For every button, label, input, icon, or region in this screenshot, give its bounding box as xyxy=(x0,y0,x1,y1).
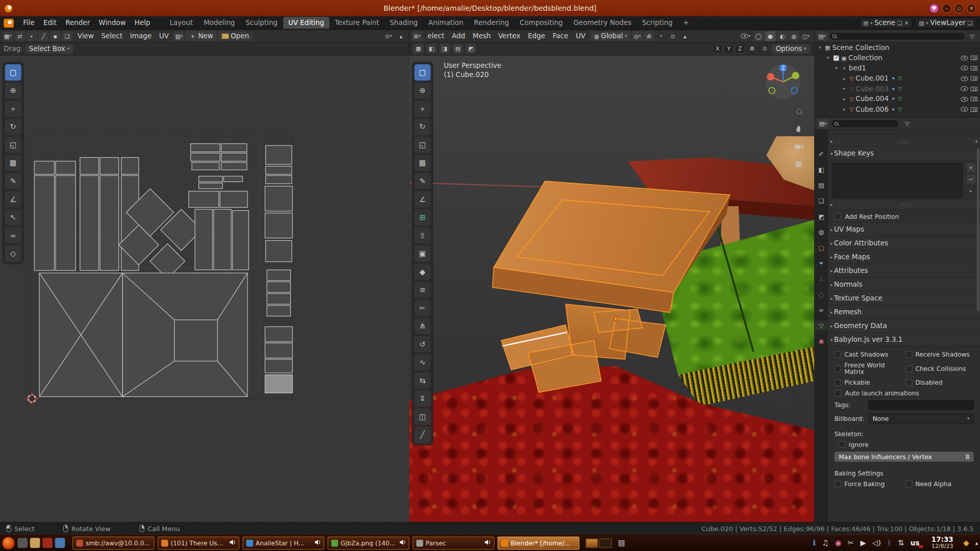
uv-select-edge-button[interactable]: ╱ xyxy=(38,31,49,41)
tool-select-box[interactable]: ▢ xyxy=(5,64,21,81)
collapsed-panel-strip[interactable]: ▸∷∷∷▾ xyxy=(828,137,980,146)
collapsed-panel[interactable]: ▸ Color Attributes xyxy=(828,237,980,251)
window-smb[interactable]: smb://awv@10.0.0... xyxy=(72,536,154,549)
new-image-button[interactable]: ＋ New xyxy=(186,31,217,41)
hide-eye-icon[interactable] xyxy=(961,107,968,112)
mirror-axis-button[interactable]: X xyxy=(713,44,723,53)
workspace-tab[interactable]: Modeling xyxy=(199,17,240,29)
snap-dropdown[interactable]: ▾ xyxy=(656,31,667,41)
keyboard-layout-indicator[interactable]: us xyxy=(911,539,921,547)
render-camera-icon[interactable] xyxy=(971,107,977,112)
tab-output[interactable]: ▤ xyxy=(815,180,827,190)
notification-icon[interactable]: ◆ xyxy=(963,539,969,547)
tab-modifiers[interactable]: ✦ xyxy=(815,258,827,268)
collapsed-panel[interactable]: ▸ UV Maps xyxy=(828,223,980,237)
scene-selector[interactable]: ▤ ▾ Scene ❏ ✕ xyxy=(860,17,913,28)
shading-rendered-button[interactable]: ◍ xyxy=(789,31,799,41)
proportional-edit-icon[interactable]: ⊙▾ xyxy=(383,31,394,41)
shading-wireframe-button[interactable]: ◯ xyxy=(753,31,764,41)
tab-tool[interactable]: ✐ xyxy=(815,148,827,159)
tool-rotate[interactable]: ↻ xyxy=(5,119,21,135)
viewlayer-selector[interactable]: ▨ ▾ ViewLayer ❏ xyxy=(915,17,976,28)
tool-annotate[interactable]: ✎ xyxy=(414,173,431,189)
properties-scrollbar[interactable] xyxy=(977,148,979,311)
music-icon[interactable]: ♫ xyxy=(822,539,828,547)
tool-shear[interactable]: ◫ xyxy=(414,409,431,425)
mirror-axis-button[interactable]: Z xyxy=(735,44,745,53)
row-cube-003[interactable]: ▸ ▽ Cube.003 ✦ ▽ xyxy=(815,84,980,94)
maximize-button[interactable]: ▫ xyxy=(954,4,964,13)
filter-icon[interactable]: ▽ xyxy=(902,118,913,129)
tab-constraints[interactable]: ∞ xyxy=(815,305,827,315)
add-rest-position-checkbox[interactable] xyxy=(835,213,841,220)
tool-transform[interactable]: ▦ xyxy=(414,155,431,171)
tool-smooth[interactable]: ∿ xyxy=(414,354,431,370)
force-baking-checkbox[interactable] xyxy=(835,481,841,487)
tool-rip-region[interactable]: ╱ xyxy=(414,427,431,443)
collapsed-panel[interactable]: ▸ Attributes xyxy=(828,264,980,278)
visibility-eye-icon[interactable]: ▾ xyxy=(740,31,752,41)
proportional-edit-icon[interactable]: ⊙ xyxy=(668,31,678,41)
collapsed-panel[interactable]: ▸ Remesh xyxy=(828,306,980,319)
unlink-scene-icon[interactable]: ✕ xyxy=(904,20,909,26)
hide-eye-icon[interactable] xyxy=(961,86,968,91)
tab-view-layer[interactable]: ❏ xyxy=(815,195,827,206)
play-icon[interactable]: ▶ xyxy=(860,539,866,547)
shading-material-button[interactable]: ◐ xyxy=(777,31,788,41)
render-camera-icon[interactable] xyxy=(971,97,977,102)
viewport-menu-item[interactable]: Vertex xyxy=(495,31,524,41)
snap-magnet-icon[interactable]: ⋒ xyxy=(644,31,654,41)
tool-rotate[interactable]: ↻ xyxy=(414,119,431,135)
uv-sync-icon[interactable]: ⇄ xyxy=(14,31,25,41)
close-button[interactable]: ✕ xyxy=(967,4,976,13)
tool-shrink-fatten[interactable]: ⇕ xyxy=(414,390,431,407)
checkbox[interactable] xyxy=(905,365,912,372)
zoom-icon[interactable] xyxy=(793,106,804,117)
viewport-menu-item[interactable]: Add xyxy=(448,31,469,41)
row-bed1[interactable]: ▾ ＋ bed1 ✦ ▽ xyxy=(815,63,980,73)
tool-cursor[interactable]: ⊕ xyxy=(414,83,431,99)
row-cube-004[interactable]: ▸ ▽ Cube.004 ✦ ▽ xyxy=(815,94,980,104)
editor-type-button[interactable]: ▤▾ xyxy=(817,31,827,41)
hide-eye-icon[interactable] xyxy=(961,56,968,61)
need-alpha-checkbox[interactable] xyxy=(905,481,912,487)
xray-toggle-icon[interactable]: ◩ xyxy=(465,44,476,54)
viewport-menu-item[interactable]: UV xyxy=(572,31,590,41)
volume-icon[interactable]: ◁) xyxy=(872,539,881,547)
new-scene-icon[interactable]: ❏ xyxy=(897,20,902,26)
collapsed-panel[interactable]: ▸ Geometry Data xyxy=(828,319,980,333)
camera-icon[interactable]: ◉ xyxy=(835,539,842,547)
workspace-tab[interactable]: UV Editing xyxy=(283,17,329,29)
workspace-tab[interactable]: Texture Paint xyxy=(330,17,384,29)
filter-icon[interactable]: ▽ xyxy=(967,31,977,41)
new-viewlayer-icon[interactable]: ❏ xyxy=(967,20,972,26)
hide-eye-icon[interactable] xyxy=(961,76,968,81)
info-icon[interactable]: ℹ xyxy=(813,539,816,547)
tab-render[interactable]: ◧ xyxy=(815,164,827,174)
shading-solid-button[interactable]: ● xyxy=(765,31,776,41)
tool-bevel[interactable]: ◆ xyxy=(414,264,431,280)
workspace-tab[interactable]: Shading xyxy=(385,17,423,29)
render-camera-icon[interactable] xyxy=(971,87,977,91)
tool-edge-slide[interactable]: ⇆ xyxy=(414,372,431,389)
collapsed-panel-strip[interactable]: ▸∷∷∷ xyxy=(828,201,980,210)
select-mode-edge-icon[interactable]: ◨ xyxy=(439,44,450,54)
workspace-tab[interactable]: Sculpting xyxy=(240,17,283,29)
launcher-terminal-icon[interactable] xyxy=(17,538,28,548)
tool-transform[interactable]: ▦ xyxy=(5,155,21,171)
viewport-menu-item[interactable]: elect xyxy=(424,31,448,41)
tab-object-data[interactable]: ▽ xyxy=(815,320,827,331)
navigation-gizmo[interactable]: Z xyxy=(763,62,803,102)
tab-object[interactable]: ▢ xyxy=(815,242,827,253)
remove-shape-key-button[interactable]: − xyxy=(966,174,975,184)
options-dropdown[interactable]: Options▾ xyxy=(772,44,810,53)
tweak-mode-icon[interactable]: ▦ xyxy=(413,44,424,54)
tool-annotate[interactable]: ✎ xyxy=(5,173,21,189)
workspace-tab[interactable]: Layout xyxy=(164,17,198,29)
bluetooth-icon[interactable]: ᛒ xyxy=(887,539,892,547)
tool-grab[interactable]: ↖ xyxy=(5,209,21,226)
tool-select-box[interactable]: ▢ xyxy=(414,64,431,81)
workspace-2[interactable] xyxy=(599,538,611,547)
uv-canvas[interactable] xyxy=(28,56,409,522)
outliner-search-input[interactable] xyxy=(829,32,966,40)
